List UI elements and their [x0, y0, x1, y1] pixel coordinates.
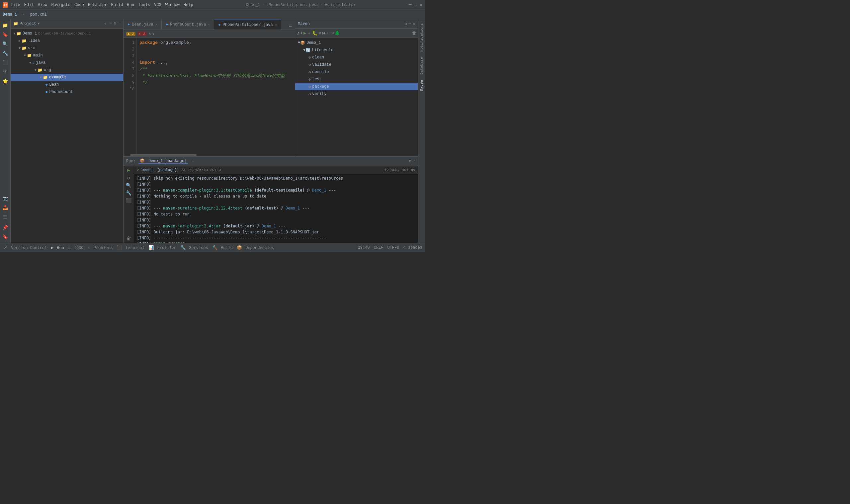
run-minimize-icon[interactable]: ─: [413, 159, 415, 164]
status-encoding[interactable]: CRLF: [374, 245, 383, 250]
menu-refactor[interactable]: Refactor: [88, 3, 107, 7]
menu-tools[interactable]: Tools: [138, 3, 150, 7]
tree-item-java[interactable]: ▼ ☕ java: [11, 59, 123, 67]
tree-item-src[interactable]: ▼ 📁 src: [11, 44, 123, 52]
tree-item-bean[interactable]: ● Bean: [11, 81, 123, 88]
sidebar-icon-pin[interactable]: 📌: [2, 224, 8, 231]
sidebar-icon-search[interactable]: 🔍: [2, 40, 8, 47]
pom-tab[interactable]: pom.xml: [30, 12, 47, 17]
editor-tab-bean[interactable]: ● Bean.java ✕: [124, 20, 162, 30]
run-stop-icon[interactable]: ⬛: [126, 198, 131, 203]
code-content[interactable]: package org.example; import ...; /** * P…: [137, 38, 295, 154]
project-minimize-icon[interactable]: ─: [118, 21, 121, 26]
menu-vcs[interactable]: VCS: [154, 3, 161, 7]
maven-verify[interactable]: ⚙ verify: [295, 90, 418, 97]
phonecount-tab-close[interactable]: ✕: [208, 22, 210, 26]
toolbar-up-icon[interactable]: ∧: [149, 32, 151, 36]
run-settings-icon[interactable]: ⚙: [409, 159, 411, 164]
maven-clean[interactable]: ⚙ clean: [295, 54, 418, 61]
status-indent[interactable]: 4 spaces: [403, 245, 422, 250]
status-build[interactable]: 🔨 Build: [212, 245, 233, 250]
tree-item-example[interactable]: ▼ 📁 example: [11, 74, 123, 81]
status-todo[interactable]: ☑ TODO: [68, 245, 84, 250]
maven-add-icon[interactable]: ＋: [307, 30, 311, 36]
phonepartitioner-tab-close[interactable]: ✕: [275, 23, 277, 27]
status-dependencies[interactable]: 📦 Dependencies: [237, 245, 274, 250]
menu-build[interactable]: Build: [111, 3, 123, 7]
status-terminal[interactable]: ⬛ Terminal: [116, 245, 144, 250]
tree-item-demo1[interactable]: ▼ 📁 Demo_1 D:\web\06-JavaWeb\Demo_1: [11, 30, 123, 37]
sidebar-icon-stop[interactable]: ⬛: [2, 59, 8, 66]
status-vcs[interactable]: ⎇ Version Control: [3, 245, 47, 250]
status-problems[interactable]: ⚠ Problems: [88, 245, 113, 250]
maven-reload-icon[interactable]: ↺: [296, 30, 299, 36]
sidebar-icon-camera[interactable]: 📷: [2, 195, 8, 201]
editor-tab-phonepartitioner[interactable]: ● PhonePartitioner.java ✕: [214, 20, 281, 30]
maven-toggle-icon[interactable]: ⇄: [319, 30, 321, 36]
toolbar-down-icon[interactable]: ∨: [152, 32, 155, 36]
maximize-button[interactable]: □: [414, 2, 417, 7]
sidebar-icon-bookmark[interactable]: 🔖: [2, 31, 8, 38]
maven-compile[interactable]: ⚙ compile: [295, 68, 418, 76]
tree-item-org[interactable]: ▼ 📁 org: [11, 67, 123, 74]
maven-run-icon[interactable]: ▶: [304, 30, 306, 36]
editor-tab-phonecount[interactable]: ● PhoneCount.java ✕: [162, 20, 214, 30]
menu-view[interactable]: View: [38, 3, 48, 7]
status-charset[interactable]: UTF-8: [387, 245, 399, 250]
maven-minimize-icon[interactable]: ─: [409, 21, 411, 26]
sidebar-icon-structure[interactable]: ☰: [2, 214, 8, 220]
horizontal-scrollbar[interactable]: [124, 154, 295, 156]
sidebar-icon-wrench[interactable]: 🔧: [2, 50, 8, 56]
maven-settings-icon[interactable]: ⚙: [405, 21, 408, 26]
editor-tabs-more[interactable]: ⋯: [286, 23, 295, 30]
maven-tree-icon[interactable]: 🌲: [334, 30, 340, 36]
run-play-icon[interactable]: ▶: [127, 167, 130, 173]
maven-expand-icon[interactable]: ⊞: [331, 30, 333, 36]
scrollbar-thumb[interactable]: [130, 154, 197, 156]
run-delete-icon[interactable]: 🗑: [127, 236, 131, 241]
status-profiler[interactable]: 📊 Profiler: [148, 245, 176, 250]
maven-delete-icon[interactable]: 🗑: [412, 31, 416, 36]
project-add-icon[interactable]: ＋: [103, 21, 107, 26]
bean-tab-close[interactable]: ✕: [156, 22, 157, 26]
project-collapse-icon[interactable]: ≡: [109, 21, 112, 26]
menu-code[interactable]: Code: [74, 3, 84, 7]
maven-package[interactable]: ⚙ package: [295, 83, 418, 90]
run-wrench-icon[interactable]: 🔧: [126, 190, 131, 196]
menu-run[interactable]: Run: [127, 3, 134, 7]
tree-item-main[interactable]: ▼ 📁 main: [11, 52, 123, 59]
menu-help[interactable]: Help: [184, 3, 193, 7]
run-tab-close[interactable]: ✕: [192, 159, 194, 163]
tree-item-idea[interactable]: ▶ 📁 .idea: [11, 37, 123, 44]
menu-window[interactable]: Window: [165, 3, 180, 7]
run-log[interactable]: [INFO] skip non existing resourceDirecto…: [134, 174, 418, 243]
sidebar-icon-star[interactable]: ⭐: [2, 78, 8, 84]
sidebar-icon-import[interactable]: 📥: [2, 204, 8, 211]
maven-close-icon[interactable]: ✕: [412, 21, 415, 26]
menu-file[interactable]: File: [11, 3, 20, 7]
maven-download-icon[interactable]: ⬇: [300, 30, 303, 36]
run-tab-active[interactable]: 📦 Demo_1 [package]: [139, 158, 188, 164]
project-dropdown-icon[interactable]: ▼: [37, 22, 39, 25]
close-button[interactable]: ✕: [420, 2, 422, 7]
maven-collapse-all-icon[interactable]: ⊟: [327, 30, 330, 36]
status-run[interactable]: ▶ Run: [51, 245, 64, 250]
project-tab[interactable]: Demo_1: [3, 12, 17, 17]
sidebar-icon-project[interactable]: 📁: [2, 22, 8, 29]
right-edge-database[interactable]: Database: [418, 54, 425, 77]
minimize-button[interactable]: ─: [409, 2, 411, 7]
project-settings-icon[interactable]: ⚙: [114, 21, 116, 26]
right-edge-maven[interactable]: Maven: [418, 77, 425, 94]
status-services[interactable]: 🔧 Services: [180, 245, 208, 250]
maven-test[interactable]: ⚙ test: [295, 76, 418, 83]
maven-lifecycle[interactable]: ▼ 🔄 Lifecycle: [295, 47, 418, 54]
maven-validate[interactable]: ⚙ validate: [295, 61, 418, 68]
sidebar-icon-eye[interactable]: 👁: [2, 68, 8, 75]
run-search-icon[interactable]: 🔍: [126, 183, 131, 188]
right-edge-notifications[interactable]: Notifications: [418, 21, 425, 54]
menu-navigate[interactable]: Navigate: [51, 3, 70, 7]
maven-skip-icon[interactable]: ⏭: [322, 31, 327, 36]
run-rerun-icon[interactable]: ↺: [127, 175, 130, 181]
menu-edit[interactable]: Edit: [24, 3, 34, 7]
status-line-col[interactable]: 29:40: [358, 245, 370, 250]
